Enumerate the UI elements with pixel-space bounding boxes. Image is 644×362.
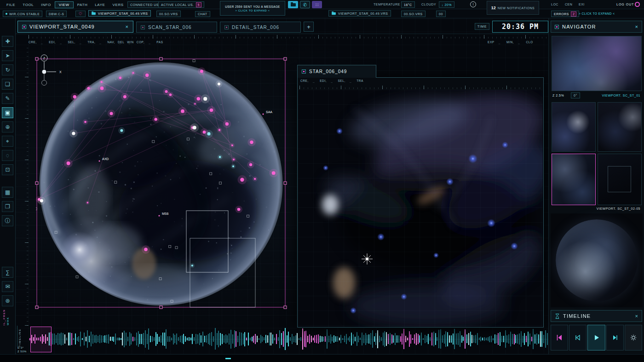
close-navigator-icon[interactable]: × — [635, 24, 638, 29]
tab-viewport-star-0049[interactable]: VIEWPORT_STAR_0049 × — [17, 21, 133, 33]
step-back-button[interactable] — [569, 325, 586, 351]
timeline-header[interactable]: TIMELINE × — [551, 310, 642, 322]
navigator-header[interactable]: NAVIGATOR × — [551, 21, 642, 33]
navigator-thumb-2[interactable] — [598, 102, 642, 152]
sum-tool[interactable]: ∑ — [2, 267, 13, 278]
marquee-tool[interactable]: ▣ — [2, 107, 13, 118]
errors-box[interactable]: ERRORS 2 — [551, 11, 579, 17]
step-forward-button[interactable] — [606, 325, 624, 351]
files-button[interactable] — [288, 1, 298, 8]
logout-button[interactable]: LOG OUT — [616, 3, 634, 6]
waveform-bar — [178, 337, 179, 340]
file-tab-1[interactable]: VIEWPORT_STAR_00.49.VRS — [88, 10, 151, 17]
menu-info[interactable]: INFO — [37, 2, 55, 8]
errors-expand-link[interactable]: > CLICK TO EXPAND < — [579, 12, 615, 15]
waveform-bar — [538, 334, 539, 344]
menu-laye[interactable]: LAYE — [91, 2, 109, 8]
cen-button[interactable]: CEN — [565, 3, 572, 6]
tab-scan-star-006[interactable]: SCAN_STAR_006 — [136, 22, 217, 33]
menu-tool[interactable]: TOOL — [19, 2, 37, 8]
waveform-bar — [442, 335, 443, 343]
grid-tool[interactable]: ▦ — [2, 187, 13, 198]
navigator-preview-large[interactable] — [552, 36, 642, 91]
navigator-sphere-preview[interactable] — [551, 213, 643, 307]
lasso-tool[interactable]: ◌ — [2, 150, 13, 161]
timeline-selection[interactable] — [30, 327, 52, 352]
menu-item-edi[interactable]: EDI, — [49, 40, 62, 46]
waveform-bar — [337, 336, 338, 342]
navigator-thumb-1[interactable] — [552, 102, 596, 152]
waveform-bar — [540, 331, 541, 347]
viewport-canvas[interactable] — [36, 59, 286, 309]
apps-button[interactable]: ∷ — [312, 1, 322, 8]
frame-tool[interactable]: ❏ — [2, 79, 13, 90]
waveform-bar — [117, 338, 118, 340]
skip-start-button[interactable] — [551, 325, 568, 351]
settings-button[interactable] — [625, 325, 642, 351]
waveform[interactable] — [29, 326, 549, 352]
globe-tool[interactable]: ⊛ — [2, 295, 13, 306]
file-tab-2[interactable]: VIEWPORT_STAR_00.49.VRS — [328, 10, 391, 17]
waveform-bar — [259, 338, 259, 340]
navigator-thumb-4[interactable] — [598, 154, 642, 205]
menu-item-sel[interactable]: SEL, — [68, 40, 81, 46]
menu-item-clo[interactable]: CLO — [526, 40, 533, 46]
exi-button[interactable]: EXI — [579, 3, 585, 6]
close-timeline-icon[interactable]: × — [635, 313, 638, 319]
play-button[interactable] — [587, 325, 605, 351]
zoom-tool[interactable]: ⊕ — [2, 121, 13, 132]
rotate-tool[interactable]: ↻ — [2, 64, 13, 75]
menu-item-cre[interactable]: CRE, — [29, 40, 43, 46]
layers-tool[interactable]: ❐ — [2, 201, 13, 212]
call-button[interactable]: ✆ — [300, 1, 310, 8]
tab-detail-star-006[interactable]: DETAIL_STAR_006 — [220, 22, 301, 33]
waveform-bar — [311, 336, 312, 342]
menu-item-cop[interactable]: COP, — [137, 40, 151, 46]
chat-tab[interactable]: CHAT — [195, 11, 210, 17]
move-tool[interactable]: ✚ — [2, 36, 13, 47]
active-local-users-box[interactable]: ACTIVE LOCAL US. 5 — [158, 1, 204, 8]
close-tab-icon[interactable]: × — [126, 24, 129, 29]
navigator-thumb-3-selected[interactable] — [552, 154, 596, 205]
waveform-bar — [145, 330, 146, 348]
menu-item-exp[interactable]: EXP — [488, 40, 500, 46]
target-tool[interactable]: ⌖ — [2, 136, 13, 147]
menu-item-min[interactable]: MIN, — [506, 40, 520, 46]
message-tool[interactable]: ✉ — [2, 281, 13, 292]
warning-icon[interactable]: ! — [470, 1, 476, 7]
menu-item-pas[interactable]: PAS — [156, 40, 163, 46]
waveform-bar — [440, 329, 441, 349]
waveform-bar — [77, 337, 78, 341]
favorite-button[interactable]: ♡ — [75, 11, 86, 17]
notifications-box[interactable]: 12 NEW NOTIFICATIONS — [487, 1, 539, 15]
menu-item-tra[interactable]: TRA — [356, 79, 363, 82]
menu-vers[interactable]: VERS — [109, 2, 127, 8]
waveform-bar — [468, 333, 469, 345]
message-notification[interactable]: USER 2559 SENT YOU A MESSAGE > CLICK TO … — [220, 1, 285, 16]
detail-canvas[interactable] — [298, 90, 543, 327]
menu-item-del[interactable]: DEL — [118, 40, 131, 46]
waveform-bar — [477, 333, 478, 345]
menu-path[interactable]: PATH — [74, 2, 92, 8]
menu-file[interactable]: FILE — [3, 2, 19, 8]
cursor-tool[interactable]: ➤ — [2, 50, 13, 61]
waveform-bar — [272, 334, 273, 344]
waveform-bar — [152, 336, 153, 342]
menu-item-cre[interactable]: CRE, — [300, 79, 315, 82]
menu-item-sel[interactable]: SEL, — [338, 79, 351, 82]
pen-tool[interactable]: ✎ — [2, 93, 13, 104]
detail-window[interactable]: STAR_006_049 CRE,EDI,SEL,TRA — [297, 77, 544, 328]
waveform-bar — [61, 333, 62, 345]
detail-window-titlebar[interactable]: STAR_006_049 — [297, 65, 376, 78]
info-tool[interactable]: ⓘ — [2, 215, 13, 226]
loc-button[interactable]: LOC — [551, 3, 558, 6]
add-tab-button[interactable]: + — [304, 22, 314, 32]
lock-tool[interactable]: ⊡ — [2, 164, 13, 175]
account-ring-icon[interactable] — [635, 2, 640, 7]
menu-view[interactable]: VIEW — [55, 1, 74, 8]
menu-item-tra[interactable]: TRA, — [87, 40, 101, 46]
waveform-bar — [414, 334, 415, 344]
message-expand-link[interactable]: > CLICK TO EXPAND < — [235, 9, 270, 12]
menu-item-edi[interactable]: EDI, — [320, 79, 333, 82]
waveform-bar — [252, 337, 253, 342]
